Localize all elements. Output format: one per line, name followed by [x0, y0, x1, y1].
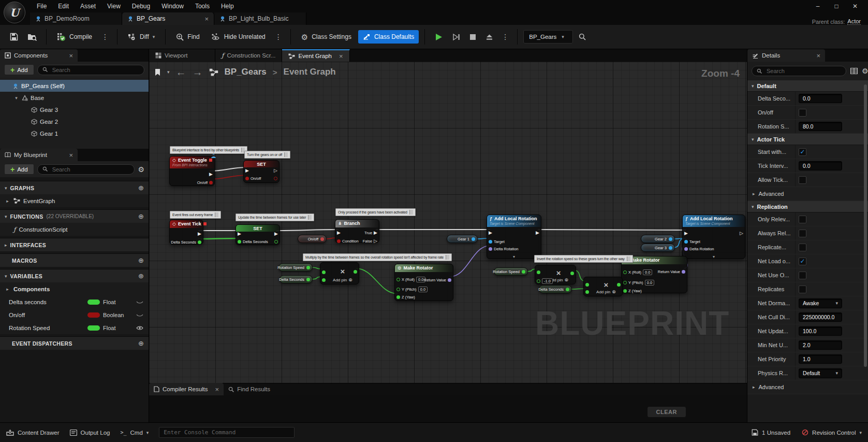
expander-icon[interactable]: ▸ [5, 198, 10, 204]
pin[interactable]: ▶ [274, 231, 278, 237]
comment-bubble[interactable]: Event fires out every frame [170, 211, 221, 219]
gear-icon[interactable]: ⚙ [138, 166, 144, 173]
variable-visibility-toggle[interactable] [133, 325, 143, 331]
section-interfaces[interactable]: ▸INTERFACES [0, 238, 149, 251]
pin[interactable]: ▷ [274, 168, 277, 174]
add-pin-icon[interactable]: ⊕ [612, 290, 616, 294]
data-pin-icon[interactable] [274, 177, 277, 180]
node-event-tick[interactable]: ◇Event Tick▶Delta Seconds [169, 220, 203, 245]
tree-row-gear-2[interactable]: Gear 2 [0, 116, 149, 127]
pin[interactable]: ▶ [245, 168, 249, 174]
compile-button[interactable]: Compile [52, 30, 97, 45]
value-input[interactable]: 80.0 [799, 122, 842, 131]
details-section-default[interactable]: ▾Default [747, 80, 868, 92]
frame-skip-button[interactable] [449, 31, 464, 44]
data-pin-icon[interactable] [354, 270, 357, 274]
collapse-chevron-icon[interactable]: ▾ [513, 254, 515, 259]
checkbox[interactable] [799, 216, 806, 223]
variable-visibility-toggle[interactable] [133, 300, 143, 305]
bottom-tab-compiler-results[interactable]: Compiler Results× [149, 383, 224, 395]
gear-icon[interactable]: ⚙ [862, 67, 868, 75]
close-icon[interactable]: × [65, 52, 73, 60]
data-pin-icon[interactable] [570, 272, 574, 275]
event-graph-canvas[interactable]: ▾ ← → BP_Gears > Event Graph Zoom -4 BLU… [149, 62, 747, 383]
pin-value-field[interactable]: 0.0 [418, 287, 428, 292]
comment-bubble[interactable]: Invert the rotation speed so these gears… [534, 255, 633, 263]
group-components[interactable]: ▸Components [0, 282, 149, 295]
pin[interactable]: ▶ [198, 231, 201, 237]
class-settings-button[interactable]: ⚙ Class Settings [297, 30, 356, 44]
chevron-right-icon[interactable]: ▸ [5, 243, 7, 248]
getter-rotation-speed[interactable]: Rotation Speed [494, 267, 528, 276]
browse-asset-button[interactable] [24, 31, 40, 44]
output-pin[interactable] [522, 270, 525, 274]
menu-file[interactable]: File [31, 1, 52, 11]
plus-circle-icon[interactable]: ⊕ [138, 184, 144, 191]
tab-my-blueprint[interactable]: My Blueprint × [0, 149, 78, 161]
bottom-tab-find-results[interactable]: Find Results [224, 383, 291, 395]
back-arrow-icon[interactable]: ← [176, 67, 186, 77]
chevron-down-icon[interactable]: ▾ [752, 137, 754, 142]
getter-on-off[interactable]: On/off [298, 235, 327, 243]
pin-delta-seconds[interactable]: Delta Seconds [238, 239, 268, 245]
pin-value-field[interactable]: -1.0 [542, 278, 553, 284]
tree-row-bp-gears-self[interactable]: BP_Gears (Self) [0, 80, 149, 92]
getter-delta-seconds[interactable]: Delta Seconds [279, 275, 313, 283]
pin[interactable]: ▶ [337, 230, 341, 236]
chevron-down-icon[interactable]: ▾ [752, 83, 754, 89]
pin[interactable]: ▶ [238, 231, 241, 237]
value-input[interactable]: 100.0 [799, 326, 842, 336]
expander-icon[interactable]: ▾ [13, 95, 19, 101]
add-pin-icon[interactable]: ⊕ [348, 278, 352, 282]
data-pin-icon[interactable] [623, 289, 627, 293]
node-event-toggle[interactable]: ◇Event ToggleFrom BPI Interactions▶On/of… [169, 156, 215, 186]
value-input[interactable]: 0.0 [799, 161, 842, 170]
data-pin-icon[interactable] [274, 240, 278, 244]
components-search[interactable] [37, 65, 144, 75]
getter-delta-seconds[interactable]: Delta Seconds [539, 285, 572, 293]
my-blueprint-search-input[interactable] [51, 166, 130, 173]
debug-object-dropdown[interactable]: BP_Gears ▾ [523, 30, 573, 44]
output-log-button[interactable]: Output Log [70, 430, 110, 436]
hide-unrelated-button[interactable]: Hide Unrelated [207, 30, 270, 44]
class-defaults-button[interactable]: Class Defaults [358, 30, 419, 44]
debug-browse-button[interactable] [575, 31, 590, 43]
data-pin-icon[interactable] [489, 247, 492, 251]
data-pin-icon[interactable] [489, 240, 492, 244]
components-search-input[interactable] [51, 66, 139, 74]
checkbox[interactable]: ✓ [799, 148, 806, 156]
pin-delta-rotation[interactable]: Delta Rotation [684, 246, 714, 252]
data-pin-icon[interactable] [396, 278, 400, 281]
menu-help[interactable]: Help [215, 1, 240, 11]
pin-true[interactable]: True▶ [364, 230, 377, 236]
item-eventgraph[interactable]: ▸EventGraph [0, 194, 149, 207]
exec-pin-icon[interactable]: ▶ [245, 168, 249, 173]
pin[interactable] [322, 277, 326, 283]
variable-rotation-speed[interactable]: Rotation SpeedFloat [0, 321, 149, 334]
asset-tab-bp-light-bulb-basic[interactable]: BP_Light_Bulb_Basic [214, 12, 306, 25]
output-pin[interactable] [320, 237, 324, 241]
add-pin-button[interactable]: Add pin⊕ [333, 278, 352, 282]
data-pin-icon[interactable] [537, 279, 540, 283]
stop-button[interactable] [466, 31, 480, 43]
find-button[interactable]: Find [171, 30, 204, 44]
pin-value-field[interactable]: 0.0 [643, 269, 652, 275]
pin-delta-rotation[interactable]: Delta Rotation [489, 246, 519, 252]
node-multiply-neg[interactable]: ×Add pin⊕-1.0 [535, 265, 576, 284]
chevron-down-icon[interactable]: ▾ [752, 204, 754, 209]
content-drawer-button[interactable]: Content Drawer [6, 429, 60, 436]
plus-circle-icon[interactable]: ⊕ [138, 273, 144, 279]
exec-pin-icon[interactable]: ▶ [374, 231, 377, 235]
section-functions[interactable]: ▾FUNCTIONS(22 OVERRIDABLE)⊕ [0, 209, 149, 223]
value-input[interactable]: 225000000.0 [799, 312, 842, 322]
pin-value-field[interactable]: 0.0 [645, 280, 654, 286]
comment-pin-icon[interactable] [409, 210, 413, 215]
data-pin-icon[interactable] [337, 239, 341, 243]
graph-tab-viewport[interactable]: Viewport [149, 49, 215, 62]
add-component-button[interactable]: +Add [4, 64, 34, 75]
graph-options-icon[interactable]: ⋮ [272, 33, 285, 41]
chevron-right-icon[interactable]: ▸ [753, 384, 755, 390]
output-pin[interactable] [669, 246, 672, 250]
exec-pin-icon[interactable]: ▶ [337, 231, 341, 235]
data-pin-icon[interactable] [238, 240, 241, 244]
